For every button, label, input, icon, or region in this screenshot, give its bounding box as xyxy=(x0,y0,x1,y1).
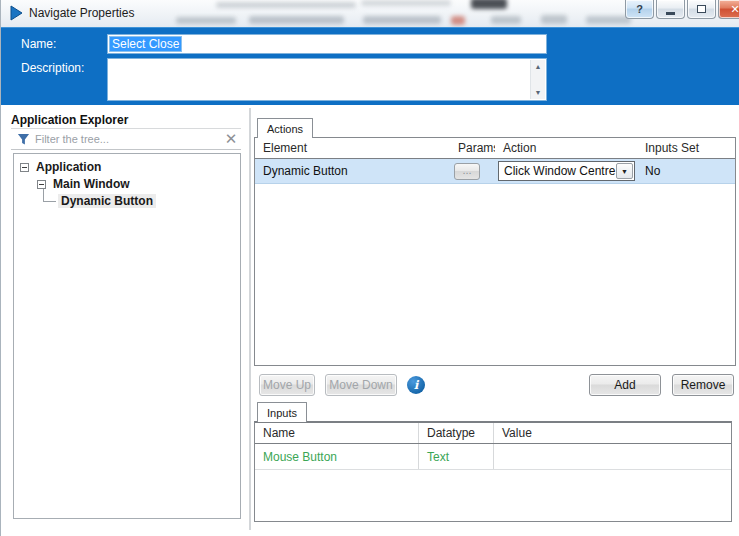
collapse-icon[interactable] xyxy=(37,180,46,189)
scroll-up-icon[interactable]: ▲ xyxy=(531,60,545,73)
window-controls: ? ✕ xyxy=(625,0,739,19)
column-header-value[interactable]: Value xyxy=(494,423,729,443)
close-icon: ✕ xyxy=(730,3,739,16)
action-cell: Click Window Centre ▼ xyxy=(495,161,637,181)
close-button[interactable]: ✕ xyxy=(718,0,739,19)
navigate-properties-dialog: Navigate Properties ? ✕ Name: Select Clo… xyxy=(0,0,739,536)
background-blur xyxy=(249,16,344,24)
inputs-table-header: Name Datatype Value xyxy=(255,423,731,444)
inputs-table: Name Datatype Value Mouse Button Text xyxy=(254,421,732,522)
explorer-title: Application Explorer xyxy=(11,113,128,127)
add-button[interactable]: Add xyxy=(589,374,661,396)
tree-item-dynamic-button[interactable]: Dynamic Button xyxy=(14,193,240,209)
background-blur xyxy=(363,16,441,24)
filter-funnel-icon xyxy=(11,133,30,146)
tree-item-application[interactable]: Application xyxy=(14,159,240,175)
minimize-button[interactable] xyxy=(656,0,685,19)
column-header-datatype[interactable]: Datatype xyxy=(419,423,494,443)
input-name-cell: Mouse Button xyxy=(255,444,419,469)
minimize-icon xyxy=(666,12,675,15)
tree-item-label: Application xyxy=(33,160,104,174)
input-datatype-cell: Text xyxy=(419,444,494,469)
description-scrollbar[interactable]: ▲ ▼ xyxy=(530,60,545,99)
clear-filter-icon[interactable]: ✕ xyxy=(221,130,241,148)
name-input-selected-text: Select Close xyxy=(110,37,181,51)
params-ellipsis-button[interactable]: ... xyxy=(454,163,480,180)
help-icon: ? xyxy=(636,3,643,15)
tab-label: Actions xyxy=(267,123,303,135)
tab-label: Inputs xyxy=(267,407,297,419)
name-input[interactable]: Select Close xyxy=(107,34,547,54)
column-header-params[interactable]: Params xyxy=(450,138,495,158)
info-icon: i xyxy=(407,376,425,394)
description-textarea[interactable]: ▲ ▼ xyxy=(107,58,547,101)
action-dropdown-value: Click Window Centre xyxy=(499,164,616,178)
panel-splitter[interactable] xyxy=(249,108,251,530)
title-bar: Navigate Properties ? ✕ xyxy=(1,0,739,27)
chevron-down-icon[interactable]: ▼ xyxy=(616,163,633,179)
params-cell: ... xyxy=(450,163,495,180)
element-cell: Dynamic Button xyxy=(255,164,450,178)
input-value-cell[interactable] xyxy=(494,444,729,469)
table-row[interactable]: Dynamic Button ... Click Window Centre ▼… xyxy=(255,159,735,184)
remove-button[interactable]: Remove xyxy=(672,374,734,396)
background-blur xyxy=(491,16,521,24)
background-blur xyxy=(361,0,451,6)
background-blur xyxy=(451,16,465,25)
background-blur xyxy=(541,15,567,24)
table-row[interactable]: Mouse Button Text xyxy=(255,444,731,470)
maximize-button[interactable] xyxy=(687,0,716,19)
tree-connector xyxy=(43,188,56,202)
action-dropdown[interactable]: Click Window Centre ▼ xyxy=(498,161,635,181)
collapse-icon[interactable] xyxy=(20,163,29,172)
column-header-name[interactable]: Name xyxy=(255,423,419,443)
column-header-element[interactable]: Element xyxy=(255,138,450,158)
inputs-set-cell: No xyxy=(637,164,735,178)
actions-table: Element Params Action Inputs Set Dynamic… xyxy=(254,137,736,366)
tree-item-label: Dynamic Button xyxy=(58,194,156,208)
background-blur xyxy=(471,0,507,9)
name-label: Name: xyxy=(21,37,56,51)
column-header-action[interactable]: Action xyxy=(495,138,637,158)
maximize-icon xyxy=(697,5,706,13)
application-explorer-panel: Application Explorer ✕ Application Main … xyxy=(1,105,249,536)
description-label: Description: xyxy=(21,61,84,75)
tab-inputs[interactable]: Inputs xyxy=(257,402,307,422)
tab-actions[interactable]: Actions xyxy=(257,118,313,138)
column-header-inputs-set[interactable]: Inputs Set xyxy=(637,138,735,158)
window-title: Navigate Properties xyxy=(29,6,134,20)
background-blur xyxy=(176,17,236,24)
scroll-down-icon[interactable]: ▼ xyxy=(531,86,545,99)
actions-panel: Actions Element Params Action Inputs Set… xyxy=(254,105,736,536)
tree-filter: ✕ xyxy=(11,128,241,150)
properties-header: Name: Select Close Description: ▲ ▼ xyxy=(1,27,739,105)
help-button[interactable]: ? xyxy=(625,0,654,19)
background-blur xyxy=(216,2,356,8)
actions-table-header: Element Params Action Inputs Set xyxy=(255,138,735,159)
tree-item-label: Main Window xyxy=(50,177,133,191)
move-up-button[interactable]: Move Up xyxy=(259,374,315,396)
app-play-icon xyxy=(9,5,24,25)
actions-toolbar: Move Up Move Down i Add Remove xyxy=(254,373,736,396)
filter-input[interactable] xyxy=(30,133,221,145)
application-tree: Application Main Window Dynamic Button xyxy=(13,153,241,519)
move-down-button[interactable]: Move Down xyxy=(325,374,397,396)
